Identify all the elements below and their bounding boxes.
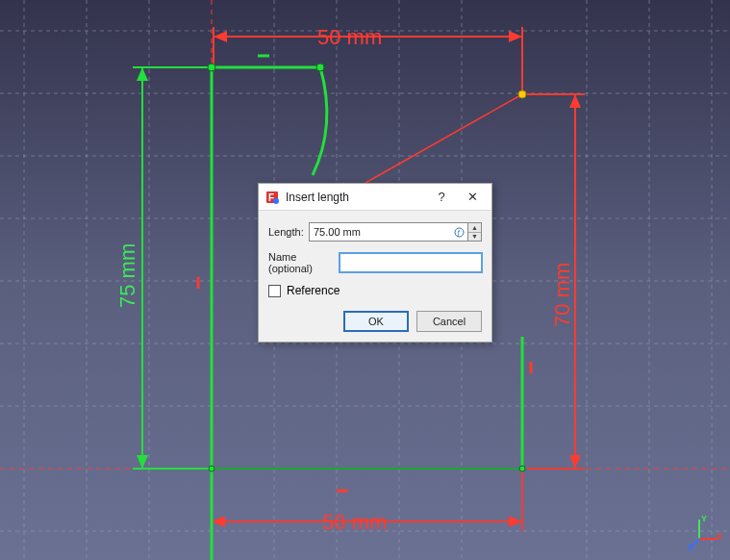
- spin-down-icon[interactable]: ▼: [468, 233, 481, 242]
- axis-z-label: Z: [688, 543, 693, 552]
- axis-y-label: Y: [701, 514, 707, 523]
- length-label: Length:: [268, 226, 309, 238]
- app-icon: F: [264, 190, 280, 205]
- svg-marker-20: [509, 31, 522, 42]
- dimension-right[interactable]: 70 mm: [527, 94, 585, 469]
- svg-marker-24: [137, 67, 148, 81]
- svg-marker-30: [569, 455, 581, 469]
- dimension-top[interactable]: 50 mm: [214, 25, 522, 94]
- dialog-title: Insert length: [286, 191, 426, 204]
- svg-marker-25: [137, 455, 148, 469]
- svg-text:ƒ: ƒ: [457, 229, 461, 237]
- length-spinner[interactable]: ▲ ▼: [467, 222, 482, 242]
- svg-point-47: [208, 64, 215, 71]
- dimension-right-text: 70 mm: [550, 263, 574, 327]
- reference-label: Reference: [287, 284, 340, 297]
- svg-marker-34: [212, 516, 225, 527]
- cancel-button[interactable]: Cancel: [416, 311, 482, 332]
- dimension-left-active[interactable]: 75 mm: [115, 67, 210, 469]
- close-button[interactable]: ✕: [457, 187, 488, 208]
- name-input[interactable]: [340, 253, 482, 272]
- svg-marker-35: [509, 516, 522, 527]
- dimension-left-text: 75 mm: [115, 243, 139, 308]
- svg-marker-29: [569, 94, 581, 108]
- ok-button[interactable]: OK: [343, 311, 409, 332]
- dimension-bottom-text: 50 mm: [322, 510, 387, 534]
- svg-point-54: [273, 198, 279, 204]
- svg-point-50: [519, 466, 525, 471]
- dialog-titlebar[interactable]: F Insert length ? ✕: [259, 184, 491, 211]
- axis-x-label: X: [717, 531, 722, 541]
- svg-marker-19: [214, 31, 227, 42]
- name-label: Name (optional): [268, 251, 340, 274]
- length-input[interactable]: [309, 222, 450, 242]
- axis-indicator[interactable]: Y X Z: [684, 514, 722, 552]
- spin-up-icon[interactable]: ▲: [468, 223, 481, 233]
- dimension-bottom[interactable]: 50 mm: [212, 471, 522, 534]
- reference-checkbox[interactable]: [268, 285, 281, 297]
- help-button[interactable]: ?: [426, 187, 457, 208]
- dimension-top-text: 50 mm: [317, 25, 382, 49]
- insert-length-dialog: F Insert length ? ✕ Length: ƒ ▲ ▼: [258, 183, 492, 343]
- svg-line-40: [365, 94, 522, 183]
- svg-point-51: [209, 466, 214, 471]
- expression-icon[interactable]: ƒ: [450, 222, 467, 242]
- svg-point-48: [316, 64, 324, 71]
- svg-point-49: [518, 90, 526, 98]
